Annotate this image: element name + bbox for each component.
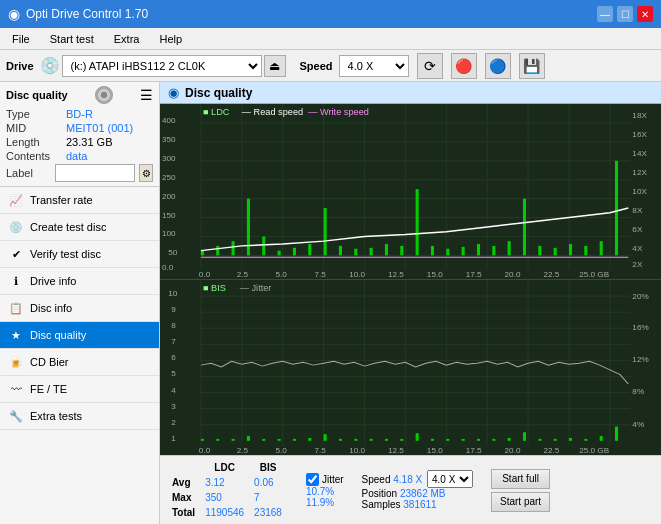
svg-text:50: 50 — [168, 249, 178, 258]
svg-text:0.0: 0.0 — [162, 263, 174, 272]
nav-extra-tests[interactable]: 🔧 Extra tests — [0, 403, 159, 430]
svg-text:3: 3 — [171, 402, 176, 411]
svg-text:7.5: 7.5 — [314, 446, 326, 455]
drive-eject-button[interactable]: ⏏ — [264, 55, 286, 77]
chart-top-svg: ■ LDC — Read speed — Write speed 400 350… — [160, 104, 661, 279]
drive-select[interactable]: (k:) ATAPI iHBS112 2 CL0K — [62, 55, 262, 77]
svg-rect-127 — [600, 436, 603, 441]
max-label: Max — [168, 491, 199, 504]
disc-contents-val: data — [66, 150, 87, 162]
speed-icon-button[interactable]: ⟳ — [417, 53, 443, 79]
save-button[interactable]: 💾 — [519, 53, 545, 79]
svg-text:400: 400 — [162, 116, 176, 125]
menu-file[interactable]: File — [4, 31, 38, 47]
content-area: ◉ Disc quality — [160, 82, 661, 524]
svg-text:10X: 10X — [632, 187, 647, 196]
bis-header: BIS — [250, 461, 286, 474]
maximize-button[interactable]: ☐ — [617, 6, 633, 22]
disc-label-key: Label — [6, 167, 51, 179]
svg-text:22.5: 22.5 — [543, 446, 560, 455]
svg-text:— Read speed: — Read speed — [242, 108, 303, 118]
nav-fe-te[interactable]: 〰 FE / TE — [0, 376, 159, 403]
svg-rect-126 — [584, 439, 587, 441]
menu-extra[interactable]: Extra — [106, 31, 148, 47]
svg-rect-31 — [370, 248, 373, 256]
svg-text:20.0: 20.0 — [505, 270, 522, 279]
svg-rect-41 — [523, 199, 526, 256]
svg-rect-122 — [523, 432, 526, 441]
avg-jitter: 10.7% — [306, 486, 344, 497]
svg-rect-120 — [492, 439, 495, 441]
speed-label: Speed — [300, 60, 333, 72]
titlebar-controls[interactable]: — ☐ ✕ — [597, 6, 653, 22]
chart-bottom: ■ BIS — Jitter 10 9 8 7 6 5 4 3 2 1 20% … — [160, 280, 661, 455]
position-val: 23862 MB — [400, 488, 446, 499]
svg-text:1: 1 — [171, 434, 176, 443]
svg-rect-29 — [339, 246, 342, 255]
svg-rect-118 — [462, 439, 465, 441]
verify-test-disc-icon: ✔ — [8, 246, 24, 262]
disc-label-button[interactable]: ⚙ — [139, 164, 153, 182]
close-button[interactable]: ✕ — [637, 6, 653, 22]
nav-disc-info[interactable]: 📋 Disc info — [0, 295, 159, 322]
nav-fe-te-label: FE / TE — [30, 383, 67, 395]
start-part-button[interactable]: Start part — [491, 492, 550, 512]
nav-drive-info[interactable]: ℹ Drive info — [0, 268, 159, 295]
main-area: Disc quality ☰ Type BD-R MID MEIT01 (001… — [0, 82, 661, 524]
svg-rect-124 — [554, 439, 557, 441]
sidebar: Disc quality ☰ Type BD-R MID MEIT01 (001… — [0, 82, 160, 524]
svg-text:10: 10 — [168, 289, 178, 298]
transfer-rate-icon: 📈 — [8, 192, 24, 208]
start-full-button[interactable]: Start full — [491, 469, 550, 489]
nav-create-test-disc[interactable]: 💿 Create test disc — [0, 214, 159, 241]
svg-rect-32 — [385, 244, 388, 255]
disc-type-val: BD-R — [66, 108, 93, 120]
svg-rect-39 — [492, 246, 495, 255]
svg-text:■ LDC: ■ LDC — [203, 108, 230, 118]
svg-rect-125 — [569, 438, 572, 441]
svg-text:10.0: 10.0 — [349, 270, 366, 279]
svg-text:12X: 12X — [632, 168, 647, 177]
disc-menu-icon[interactable]: ☰ — [140, 87, 153, 103]
svg-text:5.0: 5.0 — [276, 270, 288, 279]
nav-transfer-rate[interactable]: 📈 Transfer rate — [0, 187, 159, 214]
svg-rect-20 — [201, 251, 204, 256]
svg-text:2: 2 — [171, 418, 176, 427]
menu-help[interactable]: Help — [151, 31, 190, 47]
svg-text:25.0 GB: 25.0 GB — [579, 446, 609, 455]
speed-select[interactable]: 4.0 X — [339, 55, 409, 77]
svg-text:0.0: 0.0 — [199, 270, 211, 279]
settings-button[interactable]: 🔴 — [451, 53, 477, 79]
nav-verify-test-disc[interactable]: ✔ Verify test disc — [0, 241, 159, 268]
svg-rect-114 — [400, 439, 403, 441]
ldc-header: LDC — [201, 461, 248, 474]
svg-rect-28 — [324, 208, 327, 255]
svg-rect-46 — [600, 241, 603, 255]
svg-rect-116 — [431, 439, 434, 441]
nav-transfer-rate-label: Transfer rate — [30, 194, 93, 206]
speed-dropdown[interactable]: 4.0 X — [427, 470, 473, 488]
nav-extra-tests-label: Extra tests — [30, 410, 82, 422]
svg-rect-109 — [324, 434, 327, 441]
svg-text:7: 7 — [171, 338, 176, 347]
svg-rect-37 — [462, 247, 465, 256]
nav-cd-bier[interactable]: 🍺 CD Bier — [0, 349, 159, 376]
stats-table: LDC BIS Avg 3.12 0.06 Max 350 7 Total 11… — [166, 459, 288, 521]
svg-text:8%: 8% — [632, 388, 644, 397]
extra-tests-icon: 🔧 — [8, 408, 24, 424]
svg-rect-33 — [400, 246, 403, 255]
total-ldc: 1190546 — [201, 506, 248, 519]
svg-text:— Jitter: — Jitter — [240, 284, 272, 294]
minimize-button[interactable]: — — [597, 6, 613, 22]
svg-text:9: 9 — [171, 305, 176, 314]
svg-text:250: 250 — [162, 173, 176, 182]
nav-disc-quality[interactable]: ★ Disc quality — [0, 322, 159, 349]
theme-button[interactable]: 🔵 — [485, 53, 511, 79]
svg-rect-21 — [216, 246, 219, 255]
drive-info-icon: ℹ — [8, 273, 24, 289]
svg-rect-80 — [160, 280, 661, 455]
svg-text:4%: 4% — [632, 420, 644, 429]
jitter-checkbox[interactable] — [306, 473, 319, 486]
disc-label-input[interactable] — [55, 164, 135, 182]
menu-start-test[interactable]: Start test — [42, 31, 102, 47]
